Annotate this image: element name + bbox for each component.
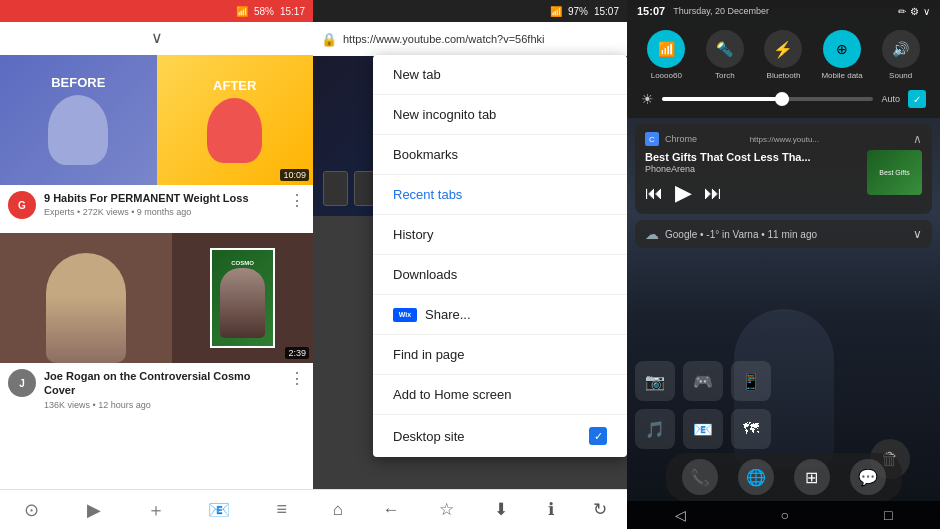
menu-item-add-to-home[interactable]: Add to Home screen (373, 375, 627, 415)
yt-nav-explore[interactable]: ▶ (79, 495, 109, 525)
chrome-home-icon[interactable]: ⌂ (333, 500, 343, 520)
yt-card-meta-2: 136K views • 12 hours ago (44, 400, 281, 410)
panel-youtube: 📶 58% 15:17 ∨ BEFORE AFTER 10:09 G 9 Hab… (0, 0, 313, 529)
thumbnail-after: AFTER (157, 55, 314, 185)
qs-mobile-data[interactable]: ⊕ Mobile data (817, 30, 867, 80)
auto-brightness-check[interactable]: ✓ (908, 90, 926, 108)
desktop-site-checkbox[interactable]: ✓ (589, 427, 607, 445)
menu-item-bookmarks[interactable]: Bookmarks (373, 135, 627, 175)
yt-battery: 58% (254, 6, 274, 17)
android-home-btn[interactable]: ○ (781, 507, 789, 523)
yt-nav-bottom: ⊙ ▶ ＋ 📧 ≡ (0, 489, 313, 529)
qs-mobile-label: Mobile data (821, 71, 862, 80)
menu-item-new-tab[interactable]: New tab (373, 55, 627, 95)
android-chevron: ∨ (923, 6, 930, 17)
brightness-slider[interactable] (662, 97, 873, 101)
lock-icon: 🔒 (321, 32, 337, 47)
mobile-data-icon: ⊕ (823, 30, 861, 68)
qs-sound-label: Sound (889, 71, 912, 80)
android-dock: 📞 🌐 ⊞ 💬 (666, 453, 902, 501)
media-next-btn[interactable]: ⏭ (704, 183, 722, 204)
app-icon-2[interactable]: 🎮 (683, 361, 723, 401)
yt-thumbnail-1[interactable]: BEFORE AFTER 10:09 (0, 55, 313, 185)
yt-duration-2: 2:39 (285, 347, 309, 359)
qs-torch-label: Torch (715, 71, 735, 80)
yt-card-title-2: Joe Rogan on the Controversial Cosmo Cov… (44, 369, 281, 398)
yt-chevron[interactable]: ∨ (0, 22, 313, 51)
android-notification: C Chrome https://www.youtu... ∧ Best Gif… (635, 124, 932, 214)
yt-duration-1: 10:09 (280, 169, 309, 181)
android-signal-icons: ✏ ⚙ ∨ (898, 6, 930, 17)
android-app-grid: 📷 🎮 📱 🎵 📧 🗺 (635, 361, 771, 449)
menu-item-share[interactable]: Wix Share... (373, 295, 627, 335)
yt-card-1: BEFORE AFTER 10:09 G 9 Habits For PERMAN… (0, 55, 313, 225)
yt-nav-add[interactable]: ＋ (141, 495, 171, 525)
chrome-address-bar[interactable]: 🔒 https://www.youtube.com/watch?v=56fhki (313, 22, 627, 56)
android-back-btn[interactable]: ◁ (675, 507, 686, 523)
menu-item-history[interactable]: History (373, 215, 627, 255)
notif-subtitle: PhoneArena (645, 164, 859, 174)
thumbnail-before: BEFORE (0, 55, 157, 185)
android-status-bar: 15:07 Thursday, 20 December ✏ ⚙ ∨ (627, 0, 940, 22)
auto-label: Auto (881, 94, 900, 104)
yt-card-meta-1: Experts • 272K views • 9 months ago (44, 207, 281, 217)
rogan-right: COSMO (172, 233, 313, 363)
app-icon-4[interactable]: 🎵 (635, 409, 675, 449)
android-notif-content: Best Gifts That Cost Less Tha... PhoneAr… (645, 150, 922, 206)
yt-nav-library[interactable]: ≡ (267, 495, 297, 525)
menu-item-find-in-page[interactable]: Find in page (373, 335, 627, 375)
yt-card-info-2: J Joe Rogan on the Controversial Cosmo C… (0, 363, 313, 416)
chrome-menu-overlay: New tab New incognito tab Bookmarks Rece… (373, 55, 627, 457)
app-icon-6[interactable]: 🗺 (731, 409, 771, 449)
chrome-status-bar: 📶 97% 15:07 (313, 0, 627, 22)
torch-icon: 🔦 (706, 30, 744, 68)
yt-nav-subscriptions[interactable]: 📧 (204, 495, 234, 525)
yt-thumbnail-notif: Best Gifts (867, 150, 922, 195)
yt-thumbnail-2[interactable]: COSMO 2:39 (0, 233, 313, 363)
chrome-download-icon[interactable]: ⬇ (494, 499, 508, 520)
notif-chevron[interactable]: ∧ (913, 132, 922, 146)
android-date: Thursday, 20 December (673, 6, 769, 16)
qs-torch[interactable]: 🔦 Torch (700, 30, 750, 80)
yt-card-text-1: 9 Habits For PERMANENT Weight Loss Exper… (44, 191, 281, 217)
android-brightness-row: ☀ Auto ✓ (637, 88, 930, 110)
menu-item-recent-tabs[interactable]: Recent tabs (373, 175, 627, 215)
chrome-bottom-bar: ⌂ ← ☆ ⬇ ℹ ↻ (313, 489, 627, 529)
chrome-info-icon[interactable]: ℹ (548, 499, 554, 520)
chrome-speakers (323, 171, 379, 206)
yt-avatar-2: J (8, 369, 36, 397)
chrome-signal: 📶 (550, 6, 562, 17)
android-recents-btn[interactable]: □ (884, 507, 892, 523)
panel-android: 15:07 Thursday, 20 December ✏ ⚙ ∨ 📶 Looo… (627, 0, 940, 529)
yt-nav-home[interactable]: ⊙ (16, 495, 46, 525)
menu-item-downloads[interactable]: Downloads (373, 255, 627, 295)
android-quick-settings: 📶 Loooo60 🔦 Torch ⚡ Bluetooth ⊕ Mobile d… (627, 22, 940, 118)
yt-card-menu-2[interactable]: ⋮ (289, 369, 305, 388)
weather-text: Google • -1° in Varna • 11 min ago (665, 229, 907, 240)
brightness-fill (662, 97, 789, 101)
app-icon-5[interactable]: 📧 (683, 409, 723, 449)
menu-item-new-incognito[interactable]: New incognito tab (373, 95, 627, 135)
dock-apps-icon[interactable]: ⊞ (794, 459, 830, 495)
qs-wifi[interactable]: 📶 Loooo60 (641, 30, 691, 80)
media-play-btn[interactable]: ▶ (675, 180, 692, 206)
notif-title: Best Gifts That Cost Less Tha... (645, 150, 859, 164)
app-icon-3[interactable]: 📱 (731, 361, 771, 401)
yt-signal: 📶 (236, 6, 248, 17)
media-prev-btn[interactable]: ⏮ (645, 183, 663, 204)
qs-bluetooth[interactable]: ⚡ Bluetooth (758, 30, 808, 80)
dock-messages-icon[interactable]: 💬 (850, 459, 886, 495)
notif-app-name: Chrome (665, 134, 744, 144)
chrome-star-icon[interactable]: ☆ (439, 499, 454, 520)
chrome-refresh-icon[interactable]: ↻ (593, 499, 607, 520)
yt-card-menu-1[interactable]: ⋮ (289, 191, 305, 210)
yt-card-title-1: 9 Habits For PERMANENT Weight Loss (44, 191, 281, 205)
chrome-back-icon[interactable]: ← (383, 500, 400, 520)
wix-icon: Wix (393, 308, 417, 322)
app-icon-1[interactable]: 📷 (635, 361, 675, 401)
qs-sound[interactable]: 🔊 Sound (876, 30, 926, 80)
dock-phone-icon[interactable]: 📞 (682, 459, 718, 495)
dock-browser-icon[interactable]: 🌐 (738, 459, 774, 495)
weather-expand-icon[interactable]: ∨ (913, 227, 922, 241)
menu-item-desktop-site[interactable]: Desktop site ✓ (373, 415, 627, 457)
